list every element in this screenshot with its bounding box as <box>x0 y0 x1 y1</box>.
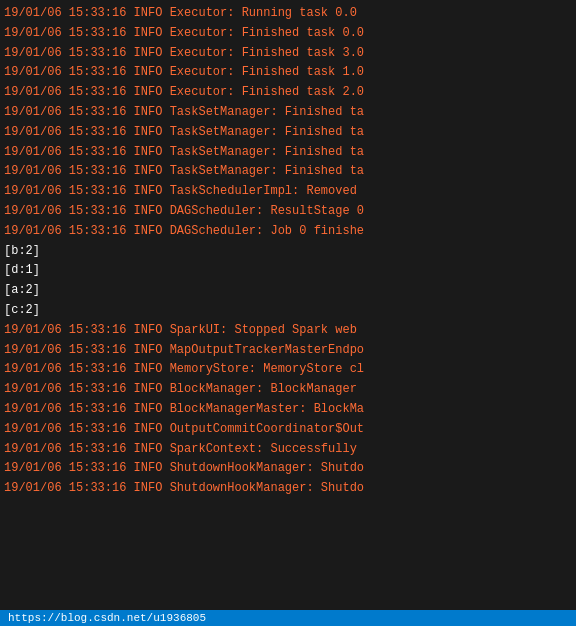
log-line: 19/01/06 15:33:16 INFO TaskSchedulerImpl… <box>0 182 576 202</box>
log-line: [d:1] <box>0 261 576 281</box>
log-line: 19/01/06 15:33:16 INFO OutputCommitCoord… <box>0 420 576 440</box>
log-line: 19/01/06 15:33:16 INFO TaskSetManager: F… <box>0 162 576 182</box>
tooltip-bar: https://blog.csdn.net/u1936805 <box>0 610 576 626</box>
log-line: 19/01/06 15:33:16 INFO ShutdownHookManag… <box>0 479 576 499</box>
log-line: [c:2] <box>0 301 576 321</box>
log-line: 19/01/06 15:33:16 INFO MapOutputTrackerM… <box>0 341 576 361</box>
log-line: 19/01/06 15:33:16 INFO TaskSetManager: F… <box>0 123 576 143</box>
log-line: 19/01/06 15:33:16 INFO Executor: Finishe… <box>0 44 576 64</box>
log-line: 19/01/06 15:33:16 INFO MemoryStore: Memo… <box>0 360 576 380</box>
log-line: 19/01/06 15:33:16 INFO TaskSetManager: F… <box>0 103 576 123</box>
log-line: 19/01/06 15:33:16 INFO Executor: Finishe… <box>0 83 576 103</box>
log-line: 19/01/06 15:33:16 INFO ShutdownHookManag… <box>0 459 576 479</box>
log-container: 19/01/06 15:33:16 INFO Executor: Running… <box>0 4 576 499</box>
log-line: 19/01/06 15:33:16 INFO DAGScheduler: Job… <box>0 222 576 242</box>
log-line: 19/01/06 15:33:16 INFO TaskSetManager: F… <box>0 143 576 163</box>
log-line: 19/01/06 15:33:16 INFO DAGScheduler: Res… <box>0 202 576 222</box>
log-line: 19/01/06 15:33:16 INFO Executor: Finishe… <box>0 63 576 83</box>
terminal-window: 19/01/06 15:33:16 INFO Executor: Running… <box>0 0 576 626</box>
log-line: 19/01/06 15:33:16 INFO SparkContext: Suc… <box>0 440 576 460</box>
log-line: [a:2] <box>0 281 576 301</box>
log-line: 19/01/06 15:33:16 INFO Executor: Running… <box>0 4 576 24</box>
log-line: [b:2] <box>0 242 576 262</box>
tooltip-text: https://blog.csdn.net/u1936805 <box>8 612 206 624</box>
log-line: 19/01/06 15:33:16 INFO BlockManager: Blo… <box>0 380 576 400</box>
log-line: 19/01/06 15:33:16 INFO Executor: Finishe… <box>0 24 576 44</box>
log-line: 19/01/06 15:33:16 INFO BlockManagerMaste… <box>0 400 576 420</box>
log-line: 19/01/06 15:33:16 INFO SparkUI: Stopped … <box>0 321 576 341</box>
